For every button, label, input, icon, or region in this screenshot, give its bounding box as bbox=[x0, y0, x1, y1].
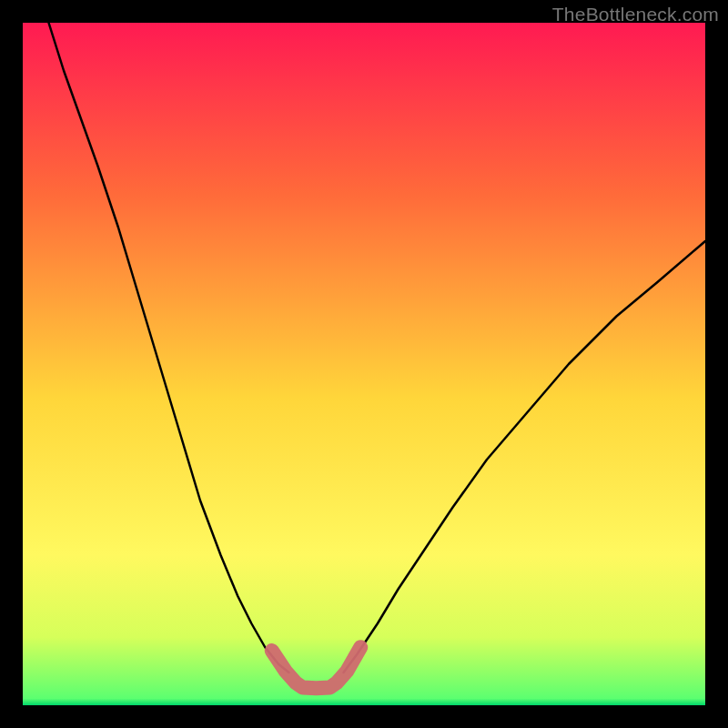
gradient-bg bbox=[23, 23, 705, 705]
plot-area bbox=[23, 23, 705, 705]
chart-svg bbox=[23, 23, 705, 705]
chart-frame: TheBottleneck.com bbox=[0, 0, 728, 728]
